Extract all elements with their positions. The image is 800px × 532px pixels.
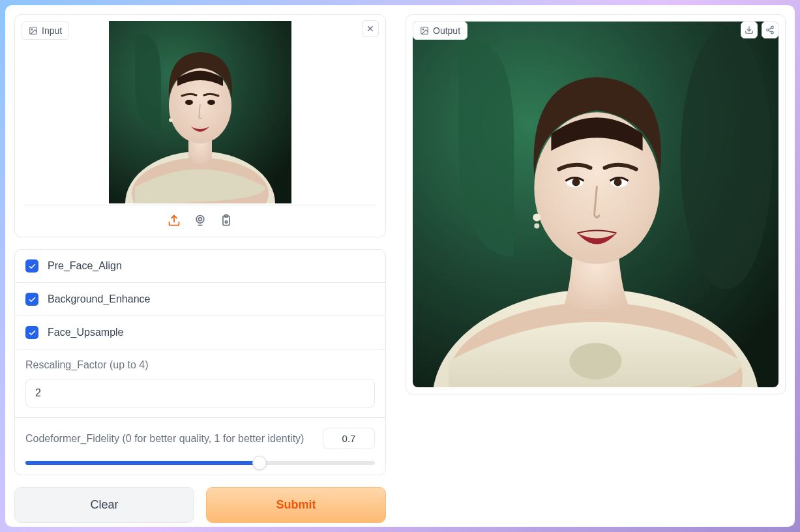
right-column: Output <box>406 14 786 518</box>
input-label-text: Input <box>42 25 62 36</box>
output-panel: Output <box>406 14 786 394</box>
webcam-icon <box>194 214 207 227</box>
svg-point-35 <box>534 224 539 229</box>
pre-face-align-checkbox[interactable] <box>25 259 38 273</box>
pre-face-align-row: Pre_Face_Align <box>15 250 385 283</box>
input-image-zone[interactable] <box>24 24 376 205</box>
svg-point-9 <box>169 118 173 122</box>
clear-button[interactable]: Clear <box>14 487 194 523</box>
output-image[interactable] <box>413 22 778 387</box>
check-icon <box>28 329 37 337</box>
input-label-badge: Input <box>22 22 69 40</box>
action-buttons-row: Clear Submit <box>14 487 386 523</box>
svg-point-34 <box>533 214 541 222</box>
webcam-button[interactable] <box>193 213 207 228</box>
output-action-icons <box>741 22 778 38</box>
input-panel: Input ✕ <box>14 14 386 237</box>
codeformer-fidelity-value[interactable]: 0.7 <box>323 428 375 449</box>
left-column: Input ✕ <box>14 14 386 518</box>
face-upsample-row: Face_Upsample <box>15 316 385 349</box>
svg-point-19 <box>771 26 774 29</box>
face-upsample-checkbox[interactable] <box>25 326 38 339</box>
codeformer-fidelity-row: Codeformer_Fidelity (0 for better qualit… <box>15 418 385 475</box>
svg-point-20 <box>767 29 769 31</box>
codeformer-fidelity-label: Codeformer_Fidelity (0 for better qualit… <box>25 433 314 445</box>
clipboard-icon <box>220 214 233 227</box>
upload-button[interactable] <box>167 213 181 228</box>
output-label-text: Output <box>433 25 460 36</box>
download-icon <box>745 25 754 35</box>
svg-point-1 <box>31 29 33 30</box>
svg-point-25 <box>681 28 772 289</box>
pre-face-align-label: Pre_Face_Align <box>48 260 122 272</box>
close-input-button[interactable]: ✕ <box>362 20 379 37</box>
upload-icon <box>168 214 181 227</box>
check-icon <box>28 295 37 304</box>
app-frame: Input ✕ <box>5 5 795 527</box>
svg-line-23 <box>769 31 771 32</box>
fidelity-header: Codeformer_Fidelity (0 for better qualit… <box>25 428 375 449</box>
codeformer-fidelity-slider[interactable] <box>25 461 375 465</box>
rescaling-factor-input[interactable] <box>25 379 375 407</box>
svg-point-7 <box>185 100 193 105</box>
download-button[interactable] <box>741 22 758 38</box>
svg-line-22 <box>769 28 771 29</box>
controls-panel: Pre_Face_Align Background_Enhance Face_U… <box>14 249 386 475</box>
svg-point-17 <box>422 29 424 30</box>
background-enhance-row: Background_Enhance <box>15 283 385 316</box>
svg-point-21 <box>771 31 774 34</box>
svg-point-28 <box>569 343 621 379</box>
background-enhance-label: Background_Enhance <box>48 293 150 305</box>
rescaling-factor-label: Rescaling_Factor (up to 4) <box>25 359 375 371</box>
input-image <box>109 21 291 203</box>
svg-point-33 <box>614 178 622 186</box>
submit-button[interactable]: Submit <box>206 487 386 523</box>
check-icon <box>28 262 37 271</box>
svg-point-12 <box>199 218 202 221</box>
input-action-row <box>15 205 385 237</box>
share-icon <box>765 25 775 35</box>
slider-fill <box>25 461 259 465</box>
clipboard-button[interactable] <box>219 213 233 228</box>
svg-point-32 <box>572 178 580 186</box>
share-button[interactable] <box>762 22 778 38</box>
background-enhance-checkbox[interactable] <box>25 293 38 306</box>
svg-point-11 <box>196 216 204 224</box>
rescaling-factor-row: Rescaling_Factor (up to 4) <box>15 349 385 418</box>
svg-point-8 <box>207 100 215 105</box>
image-icon <box>29 26 38 35</box>
image-icon <box>420 26 429 35</box>
slider-thumb[interactable] <box>252 456 267 470</box>
svg-point-15 <box>225 221 227 223</box>
face-upsample-label: Face_Upsample <box>48 327 124 338</box>
output-label-badge: Output <box>413 22 467 40</box>
